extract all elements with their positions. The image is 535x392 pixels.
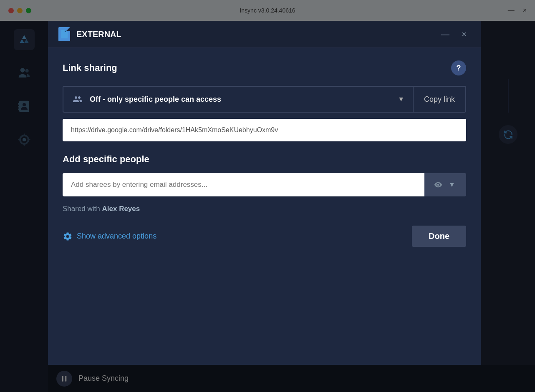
- modal-dialog: EXTERNAL — × Link sharing ? Off - only s…: [48, 21, 481, 365]
- permission-dropdown[interactable]: ▼: [424, 173, 466, 196]
- gear-icon: [63, 231, 73, 241]
- add-people-title: Add specific people: [63, 154, 466, 165]
- modal-header: EXTERNAL — ×: [48, 21, 481, 48]
- link-sharing-row: Off - only specific people can access ▼ …: [63, 86, 466, 113]
- modal-minimize-button[interactable]: —: [439, 28, 452, 40]
- add-people-row: ▼: [63, 173, 466, 196]
- permission-arrow-icon: ▼: [449, 181, 455, 188]
- shared-with-prefix: Shared with: [63, 205, 102, 213]
- actions-row: Show advanced options Done: [63, 226, 466, 247]
- share-url-input[interactable]: [63, 119, 466, 141]
- advanced-options-button[interactable]: Show advanced options: [63, 231, 156, 241]
- modal-file-icon: [58, 27, 70, 41]
- link-dropdown[interactable]: Off - only specific people can access ▼: [63, 87, 413, 112]
- shared-with: Shared with Alex Reyes: [63, 205, 466, 213]
- link-dropdown-text: Off - only specific people can access: [90, 95, 391, 104]
- modal-body: Link sharing ? Off - only specific peopl…: [48, 48, 481, 365]
- email-input[interactable]: [63, 173, 424, 196]
- eye-icon: [433, 181, 444, 189]
- help-button[interactable]: ?: [451, 60, 466, 75]
- dropdown-arrow-icon: ▼: [398, 95, 404, 103]
- modal-close-button[interactable]: ×: [458, 28, 470, 40]
- shared-with-name: Alex Reyes: [102, 205, 140, 213]
- link-sharing-section-header: Link sharing ?: [63, 60, 466, 75]
- copy-link-button[interactable]: Copy link: [413, 87, 465, 112]
- people-icon: [72, 94, 83, 104]
- done-button[interactable]: Done: [412, 226, 466, 247]
- link-sharing-title: Link sharing: [63, 63, 117, 73]
- modal-title: EXTERNAL: [76, 30, 433, 39]
- advanced-options-text: Show advanced options: [77, 232, 156, 241]
